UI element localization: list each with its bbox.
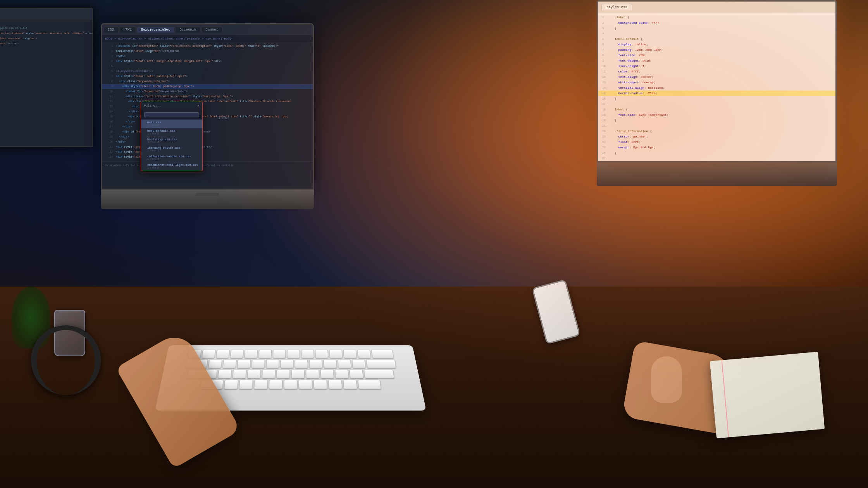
key[interactable]: [218, 369, 232, 378]
key[interactable]: [223, 359, 237, 368]
key[interactable]: [247, 369, 261, 378]
code-line: 6 <l-keywords-container->: [102, 69, 313, 74]
right-code-editor[interactable]: styles.css 1 .label { 2 background-color…: [598, 2, 835, 161]
right-tab-styles[interactable]: styles.css: [601, 4, 632, 10]
key[interactable]: [208, 359, 222, 368]
key[interactable]: [295, 359, 308, 368]
key[interactable]: [269, 380, 282, 389]
right-code-line: 12 text-align: center;: [598, 74, 835, 80]
key-enter-2[interactable]: [364, 369, 394, 378]
dropdown-item-3[interactable]: learning-editor.css 1 result: [141, 145, 202, 154]
monitor-left: CSS placeholder= Enter keywords or posts…: [0, 8, 93, 163]
code-line: 15 <div id="keywords_faq" class="field i…: [102, 114, 313, 119]
code-line: 1 <textarea id="description" class="form…: [102, 44, 313, 49]
key[interactable]: [284, 380, 298, 389]
key[interactable]: [324, 359, 337, 368]
key[interactable]: [232, 369, 246, 378]
key[interactable]: [251, 359, 265, 368]
key[interactable]: [343, 380, 357, 389]
code-line: <div class="has-feedback has-clear" lang…: [0, 36, 92, 41]
key[interactable]: [262, 369, 276, 378]
tab-dziennik[interactable]: Dziennik: [175, 27, 200, 33]
tab-bezpiecznesec[interactable]: BezpiecznieSec: [137, 27, 175, 33]
key[interactable]: [299, 380, 312, 389]
right-code-line: 11 color: #fff;: [598, 69, 835, 74]
editor-breadcrumb: body > div#container > div#main.panel-pa…: [102, 35, 313, 42]
key-backspace[interactable]: [371, 350, 394, 358]
key[interactable]: [237, 359, 251, 368]
key-shift-right[interactable]: [358, 380, 381, 389]
key[interactable]: [273, 350, 286, 358]
right-tab-bar: styles.css: [598, 2, 835, 13]
right-code-line: 5 label.default {: [598, 36, 835, 42]
tab-jannet[interactable]: Jannet: [202, 27, 222, 33]
key[interactable]: [266, 359, 279, 368]
key[interactable]: [357, 350, 371, 358]
key[interactable]: [224, 380, 238, 389]
key[interactable]: [350, 369, 363, 378]
key[interactable]: [313, 380, 327, 389]
laptop-main: CSS HTML BezpiecznieSec Dziennik Jannet …: [101, 23, 314, 209]
code-line: 22 <div style="margin-top: 10px;"></div>: [102, 149, 313, 155]
dropdown-search-input[interactable]: [144, 112, 199, 117]
dropdown-close[interactable]: ✕: [197, 104, 199, 107]
key-row-1: [173, 350, 408, 358]
dropdown-item-2[interactable]: bootstrap.min.css 1 result: [141, 137, 202, 145]
code-line: <textarea id="keywords_for_clipboard" st…: [0, 31, 92, 36]
key[interactable]: [338, 359, 351, 368]
key[interactable]: [202, 350, 216, 358]
code-line: 7 <div style="clear: both; padding-top: …: [102, 74, 313, 79]
key[interactable]: [291, 369, 305, 378]
right-code-line: 6 display: inline;: [598, 42, 835, 47]
laptop-screen[interactable]: CSS HTML BezpiecznieSec Dziennik Jannet …: [101, 23, 314, 190]
key[interactable]: [343, 350, 357, 358]
tab-html[interactable]: HTML: [119, 27, 136, 33]
key[interactable]: [329, 350, 343, 358]
key[interactable]: [315, 350, 328, 358]
dropdown-item-5[interactable]: codemirror-c4b1-light.min.css 1 result: [141, 162, 202, 171]
key-enter[interactable]: [366, 359, 396, 368]
editor-tab-bar: CSS HTML BezpiecznieSec Dziennik Jannet: [102, 24, 313, 35]
right-code-line: 7 padding: .2em .6em .3em;: [598, 47, 835, 53]
key[interactable]: [309, 359, 322, 368]
key[interactable]: [287, 350, 300, 358]
code-line: 16 </div>: [102, 119, 313, 124]
laptop-base: [101, 190, 314, 209]
dropdown-item-1[interactable]: body-default.css 1 result: [141, 128, 202, 137]
key[interactable]: [254, 380, 268, 389]
right-code-line: 19 font-size: 12px !important;: [598, 112, 835, 118]
dropdown-file-path-3: 1 result: [147, 149, 199, 152]
right-code-line: 25 margin: 5px 0 0 5px;: [598, 145, 835, 150]
key[interactable]: [281, 359, 294, 368]
right-code-area[interactable]: 1 .label { 2 background-color: #fff; 3 }…: [598, 13, 835, 161]
key[interactable]: [301, 350, 314, 358]
key[interactable]: [239, 380, 253, 389]
file-dropdown[interactable]: Filing... ✕ main.css 1 result body-defau…: [141, 102, 203, 171]
monitor-right-screen[interactable]: styles.css 1 .label { 2 background-color…: [597, 0, 837, 163]
key[interactable]: [328, 380, 342, 389]
tab-css[interactable]: CSS: [103, 27, 118, 33]
code-line: 5: [102, 64, 313, 69]
key[interactable]: [352, 359, 366, 368]
dropdown-search[interactable]: [141, 109, 202, 120]
dropdown-item-4[interactable]: collection.bundle.min.css 1 result: [141, 154, 202, 162]
dropdown-item-0[interactable]: main.css 1 result: [141, 120, 202, 128]
key[interactable]: [277, 369, 290, 378]
dropdown-file-path-1: 1 result: [147, 132, 199, 135]
monitor-right: styles.css 1 .label { 2 background-color…: [597, 0, 837, 186]
key[interactable]: [245, 350, 258, 358]
right-code-line: 23 cursor: pointer;: [598, 134, 835, 139]
key[interactable]: [216, 350, 229, 358]
code-area[interactable]: 1 <textarea id="description" class="form…: [102, 42, 313, 189]
key[interactable]: [230, 350, 244, 358]
dropdown-file-path-2: 1 result: [147, 141, 199, 144]
key[interactable]: [306, 369, 319, 378]
main-code-editor[interactable]: CSS HTML BezpiecznieSec Dziennik Jannet …: [102, 24, 313, 189]
right-code-line: 18 label {: [598, 107, 835, 112]
code-editor-left[interactable]: CSS placeholder= Enter keywords or posts…: [0, 9, 92, 146]
key[interactable]: [335, 369, 349, 378]
right-code-line: 26 }: [598, 150, 835, 156]
key[interactable]: [258, 350, 272, 358]
key[interactable]: [320, 369, 334, 378]
dropdown-file-path-0: 1 result: [147, 124, 199, 127]
